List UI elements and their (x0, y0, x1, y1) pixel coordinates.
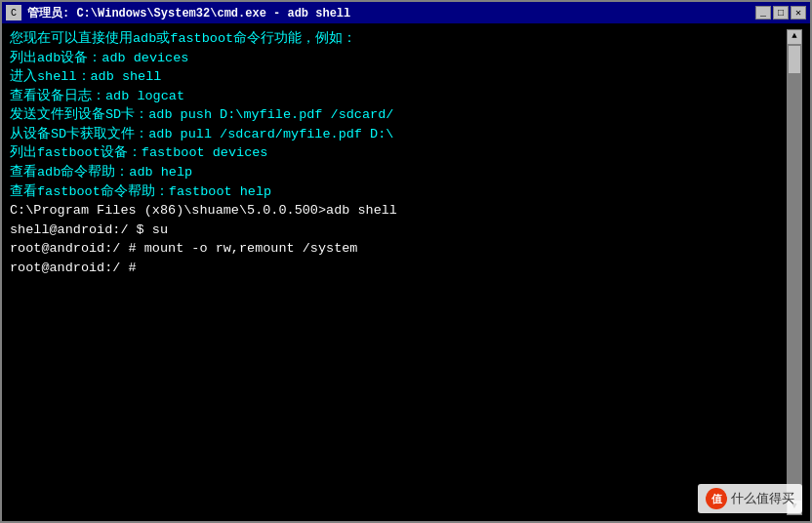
scroll-track[interactable] (787, 45, 802, 500)
scrollbar[interactable]: ▲ ▼ (787, 29, 802, 515)
watermark-logo: 值 (706, 488, 727, 509)
terminal-line: 列出fastboot设备：fastboot devices (10, 143, 787, 163)
scroll-thumb[interactable] (788, 45, 801, 74)
terminal-line: 查看fastboot命令帮助：fastboot help (10, 182, 787, 202)
terminal-line: shell@android:/ $ su (10, 221, 787, 240)
terminal-line: 列出adb设备：adb devices (10, 49, 787, 68)
title-bar: C 管理员: C:\Windows\System32\cmd.exe - adb… (2, 2, 810, 23)
close-button[interactable]: ✕ (791, 6, 806, 20)
terminal-line: C:\Program Files (x86)\shuame\5.0.0.500>… (10, 201, 787, 221)
cmd-icon: C (6, 5, 21, 20)
terminal-line: 进入shell：adb shell (10, 67, 787, 87)
terminal-line: 查看设备日志：adb logcat (10, 87, 787, 106)
terminal-content: 您现在可以直接使用adb或fastboot命令行功能，例如：列出adb设备：ad… (10, 29, 787, 515)
terminal-line: 您现在可以直接使用adb或fastboot命令行功能，例如： (10, 29, 787, 49)
terminal-line: 查看adb命令帮助：adb help (10, 163, 787, 182)
window-title: 管理员: C:\Windows\System32\cmd.exe - adb s… (27, 5, 350, 21)
terminal-line: root@android:/ # (10, 259, 787, 278)
watermark: 值 什么值得买 (698, 484, 802, 513)
maximize-button[interactable]: □ (773, 6, 789, 20)
title-bar-left: C 管理员: C:\Windows\System32\cmd.exe - adb… (6, 5, 350, 21)
terminal-line: root@android:/ # mount -o rw,remount /sy… (10, 239, 787, 259)
scroll-up-button[interactable]: ▲ (787, 29, 802, 45)
watermark-text: 什么值得买 (731, 490, 794, 507)
minimize-button[interactable]: _ (755, 6, 771, 20)
terminal-line: 从设备SD卡获取文件：adb pull /sdcard/myfile.pdf D… (10, 125, 787, 144)
cmd-window: C 管理员: C:\Windows\System32\cmd.exe - adb… (0, 0, 812, 523)
terminal-line: 发送文件到设备SD卡：adb push D:\myfile.pdf /sdcar… (10, 105, 787, 125)
terminal-area: 您现在可以直接使用adb或fastboot命令行功能，例如：列出adb设备：ad… (2, 23, 810, 521)
window-controls: _ □ ✕ (755, 6, 806, 20)
